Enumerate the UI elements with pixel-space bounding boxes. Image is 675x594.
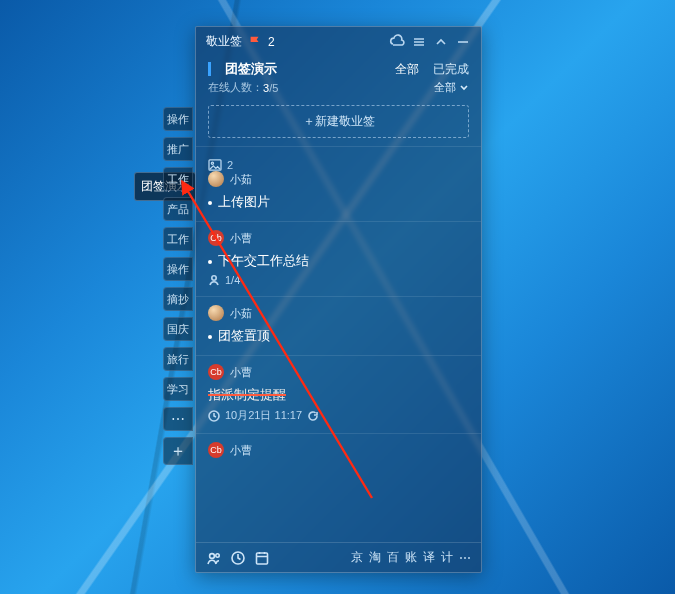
new-note-button[interactable]: ＋新建敬业签 [208,105,469,138]
group-title: 团签演示 [225,60,277,78]
group-header: 团签演示 全部 已完成 [196,56,481,80]
subheader: 在线人数： 3 /5 全部 [196,80,481,101]
quick-more[interactable]: ⋯ [459,551,471,565]
author-name: 小茹 [230,306,252,321]
calendar-icon[interactable] [254,550,270,566]
notes-list: 2 小茹 上传图片 Cb 小曹 下午交工作总结 1/4 小茹 [196,146,481,542]
avatar: Cb [208,442,224,458]
cloud-sync-icon[interactable] [389,34,405,50]
dropdown-label: 全部 [434,80,456,95]
accent-bar [208,62,211,76]
clock-icon [208,410,220,422]
list-item[interactable]: Cb 小曹 下午交工作总结 1/4 [196,221,481,296]
menu-icon[interactable] [411,34,427,50]
quick-link[interactable]: 译 [423,549,435,566]
note-text: 下午交工作总结 [208,252,469,270]
author-row: 小茹 [208,305,469,321]
side-tabs: 操作 推广 工作 产品 工作 操作 摘抄 国庆 旅行 学习 ⋯ ＋ [163,107,193,471]
titlebar: 敬业签 2 [196,27,481,56]
progress-text: 1/4 [225,274,240,286]
side-tab[interactable]: 学习 [163,377,193,401]
app-name: 敬业签 [206,33,242,50]
author-name: 小茹 [230,172,252,187]
attachment-meta: 2 [208,159,469,171]
svg-point-1 [211,162,213,164]
side-tab[interactable]: 工作 [163,227,193,251]
note-text-struck: 指派制定提醒 [208,386,469,404]
svg-rect-7 [257,553,268,564]
author-name: 小曹 [230,443,252,458]
side-tab[interactable]: 产品 [163,197,193,221]
online-total: /5 [269,82,278,94]
side-tab[interactable]: 操作 [163,107,193,131]
quick-link[interactable]: 百 [387,549,399,566]
side-tab[interactable]: 工作 [163,167,193,191]
main-panel: 敬业签 2 团签演示 全部 已完成 在线人数： 3 /5 全部 ＋新建敬业签 2 [195,26,482,573]
side-tab[interactable]: 操作 [163,257,193,281]
list-item[interactable]: Cb 小曹 指派制定提醒 10月21日 11:17 [196,355,481,433]
online-label: 在线人数： [208,80,263,95]
quick-link[interactable]: 账 [405,549,417,566]
svg-point-5 [216,553,219,556]
contacts-icon[interactable] [206,550,222,566]
quick-link[interactable]: 计 [441,549,453,566]
side-tab[interactable]: 摘抄 [163,287,193,311]
filter-dropdown[interactable]: 全部 [434,80,469,95]
avatar: Cb [208,364,224,380]
list-item[interactable]: 2 小茹 上传图片 [196,146,481,221]
filter-links: 全部 已完成 [395,61,469,78]
svg-point-2 [212,276,216,280]
time-text: 10月21日 11:17 [225,408,302,423]
quick-link[interactable]: 淘 [369,549,381,566]
collapse-icon[interactable] [433,34,449,50]
note-text: 上传图片 [208,193,469,211]
avatar [208,171,224,187]
minimize-icon[interactable] [455,34,471,50]
clock-icon[interactable] [230,550,246,566]
avatar [208,305,224,321]
flag-icon [248,35,262,49]
note-text: 团签置顶 [208,327,469,345]
quick-link[interactable]: 京 [351,549,363,566]
chevron-down-icon [459,83,469,93]
author-row: Cb 小曹 [208,230,469,246]
author-row: Cb 小曹 [208,364,469,380]
author-row: Cb 小曹 [208,442,469,458]
author-name: 小曹 [230,231,252,246]
time-meta: 10月21日 11:17 [208,408,469,423]
side-tab[interactable]: 国庆 [163,317,193,341]
author-row: 小茹 [208,171,469,187]
quick-links: 京 淘 百 账 译 计 ⋯ [351,549,471,566]
refresh-icon [307,410,319,422]
list-item[interactable]: Cb 小曹 [196,433,481,474]
footer-bar: 京 淘 百 账 译 计 ⋯ [196,542,481,572]
author-name: 小曹 [230,365,252,380]
avatar: Cb [208,230,224,246]
side-tab-add[interactable]: ＋ [163,437,193,465]
image-count: 2 [227,159,233,171]
side-tab-more[interactable]: ⋯ [163,407,193,431]
side-tab[interactable]: 推广 [163,137,193,161]
person-icon [208,274,220,286]
progress-meta: 1/4 [208,274,469,286]
flag-count: 2 [268,35,275,49]
filter-all[interactable]: 全部 [395,61,419,78]
svg-point-4 [210,553,215,558]
filter-done[interactable]: 已完成 [433,61,469,78]
side-tab[interactable]: 旅行 [163,347,193,371]
list-item[interactable]: 小茹 团签置顶 [196,296,481,355]
image-icon [208,159,222,171]
